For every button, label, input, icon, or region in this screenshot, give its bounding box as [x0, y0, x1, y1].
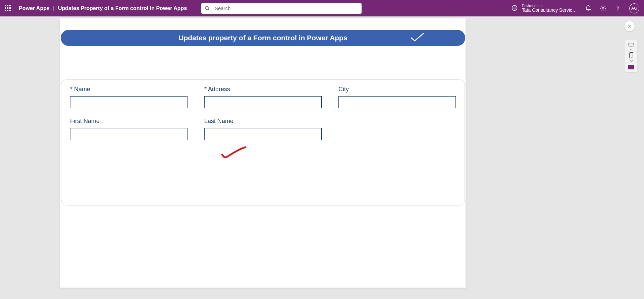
check-icon [410, 32, 425, 42]
input-first-name[interactable] [70, 128, 187, 140]
gear-icon[interactable] [600, 5, 606, 12]
field-address: * Address [204, 86, 322, 108]
label-address: * Address [204, 86, 322, 93]
search-box[interactable] [201, 3, 362, 14]
environment-label: Environment [522, 4, 577, 8]
svg-rect-7 [629, 43, 634, 46]
field-first-name: First Name [70, 118, 187, 140]
mobile-icon[interactable] [629, 52, 634, 59]
search-icon [205, 6, 210, 11]
globe-icon [511, 5, 518, 11]
chevron-down-icon[interactable] [630, 49, 633, 51]
breadcrumb: Power Apps | Updates Property of a Form … [19, 5, 187, 11]
global-header: Power Apps | Updates Property of a Form … [0, 0, 644, 16]
device-preview-panel [625, 40, 637, 72]
close-icon [627, 24, 632, 28]
svg-point-4 [618, 10, 618, 10]
input-address[interactable] [204, 96, 322, 108]
field-name: * Name [70, 86, 187, 108]
workspace: Updates property of a Form control in Po… [0, 16, 644, 299]
app-launcher-icon[interactable] [5, 5, 11, 12]
field-last-name: Last Name [204, 118, 322, 140]
label-city: City [338, 86, 456, 93]
svg-point-3 [602, 7, 604, 9]
environment-picker[interactable]: Environment Tata Consultancy Servic… [511, 4, 577, 13]
label-last-name: Last Name [204, 118, 322, 125]
app-name[interactable]: Power Apps [19, 5, 50, 11]
desktop-icon[interactable] [628, 43, 634, 47]
svg-line-1 [208, 9, 209, 10]
chevron-down-icon[interactable] [630, 60, 633, 62]
user-initials: AG [631, 6, 637, 11]
label-name: * Name [70, 86, 187, 93]
fit-to-window-icon[interactable] [628, 65, 634, 69]
submit-button[interactable] [410, 32, 425, 44]
screen-title: Updates property of a Form control in Po… [178, 34, 347, 42]
input-last-name[interactable] [204, 128, 322, 140]
screen-title-bar: Updates property of a Form control in Po… [61, 30, 465, 46]
environment-name: Tata Consultancy Servic… [522, 8, 577, 13]
page-title: Updates Property of a Form control in Po… [58, 5, 187, 11]
search-input[interactable] [215, 5, 358, 11]
user-avatar[interactable]: AG [629, 3, 639, 13]
app-canvas: Updates property of a Form control in Po… [60, 18, 466, 288]
close-preview-button[interactable] [625, 21, 635, 31]
field-city: City [338, 86, 456, 108]
edit-form: * Name * Address City First Name Last Na… [61, 79, 465, 205]
bell-icon[interactable] [585, 5, 592, 12]
label-first-name: First Name [70, 118, 187, 125]
help-icon[interactable] [614, 5, 621, 12]
input-name[interactable] [70, 96, 187, 108]
input-city[interactable] [338, 96, 456, 108]
svg-point-0 [205, 6, 208, 9]
